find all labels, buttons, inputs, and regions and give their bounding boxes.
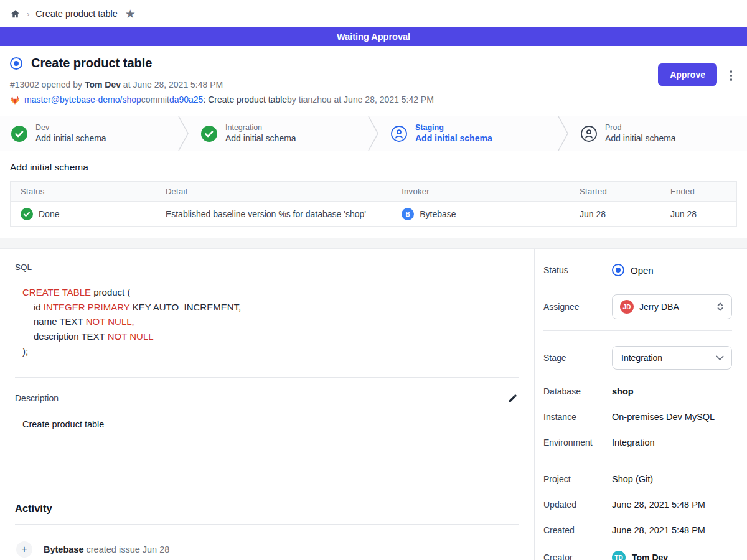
breadcrumb-title[interactable]: Create product table [35, 9, 117, 19]
database-label: Database [543, 386, 612, 396]
issue-open-icon [10, 57, 22, 70]
page-title: Create product table [31, 56, 152, 70]
activity-action: created issue Jun 28 [83, 544, 169, 554]
stage-separator-icon [557, 116, 570, 151]
instance-label: Instance [543, 412, 612, 422]
stage-select[interactable]: Integration [612, 346, 732, 370]
instance-value: On-premises Dev MySQL [612, 412, 715, 422]
issue-meta-prefix: #13002 opened by [10, 80, 85, 90]
stage-label: Stage [543, 353, 612, 363]
branch-link[interactable]: master@bytebase-demo/shop [24, 95, 141, 105]
stage-pipeline: Dev Add initial schema Integration Add i… [0, 116, 747, 151]
stage-separator-icon [367, 116, 380, 151]
stage-task-label: Add initial schema [605, 133, 676, 144]
project-value: Shop (Git) [612, 474, 653, 484]
status-value: Open [631, 265, 654, 276]
status-label: Status [543, 265, 612, 275]
commit-hash-link[interactable]: da90a25 [169, 95, 204, 105]
stage-dev[interactable]: Dev Add initial schema [0, 116, 177, 151]
activity-title: Activity [15, 503, 519, 515]
stage-env-label: Dev [35, 123, 106, 133]
check-circle-icon [11, 126, 27, 142]
column-header-ended: Ended [660, 182, 737, 202]
description-text: Create product table [15, 419, 519, 429]
issue-meta: #13002 opened by Tom Dev at June 28, 202… [10, 80, 737, 90]
commit-tail: by tianzhou at June 28, 2021 5:42 PM [287, 95, 434, 105]
created-value: June 28, 2021 5:48 PM [612, 525, 705, 535]
stage-prod[interactable]: Prod Add initial schema [570, 116, 747, 151]
commit-message: : Create product table [203, 95, 287, 105]
stage-env-label: Integration [225, 123, 296, 133]
task-detail: Established baseline version %s for data… [156, 202, 392, 227]
main-panel: SQL CREATE TABLE product (id INTEGER PRI… [0, 249, 535, 560]
stage-integration[interactable]: Integration Add initial schema [190, 116, 367, 151]
task-status: Done [39, 209, 59, 219]
environment-value: Integration [612, 437, 655, 447]
gitlab-icon [10, 95, 20, 105]
home-icon[interactable] [10, 9, 21, 19]
activity-section: Activity + Bytebase created issue Jun 28 [15, 503, 519, 558]
stage-env-label: Prod [605, 123, 676, 133]
section-divider-band [0, 238, 747, 249]
avatar: JD [620, 300, 634, 314]
issue-author: Tom Dev [85, 80, 121, 90]
environment-label: Environment [543, 437, 612, 447]
divider [15, 524, 519, 525]
sql-label: SQL [15, 263, 519, 272]
issue-sidebar: Status Open Assignee JD Jerry DBA Stage … [535, 249, 747, 560]
assignee-value: Jerry DBA [639, 302, 679, 312]
column-header-started: Started [570, 182, 660, 202]
issue-meta-suffix: at June 28, 2021 5:48 PM [121, 80, 223, 90]
edit-pencil-icon[interactable] [507, 392, 519, 404]
plus-icon: + [16, 541, 32, 558]
project-label: Project [543, 474, 612, 484]
issue-header: Create product table #13002 opened by To… [0, 46, 747, 116]
avatar: TD [612, 551, 626, 560]
database-value: shop [612, 386, 634, 396]
activity-item: + Bytebase created issue Jun 28 [15, 541, 519, 558]
activity-actor: Bytebase [44, 544, 83, 554]
divider [543, 459, 732, 459]
stage-env-label: Staging [415, 123, 492, 133]
divider [543, 330, 732, 331]
chevron-down-icon [716, 355, 724, 361]
avatar: B [402, 208, 414, 220]
task-section-title: Add initial schema [10, 162, 737, 173]
created-label: Created [543, 525, 612, 535]
commit-word: commit [141, 95, 169, 105]
status-banner-text: Waiting Approval [337, 32, 410, 42]
task-ended: Jun 28 [660, 202, 737, 227]
task-table: Status Detail Invoker Started Ended Done… [10, 181, 737, 227]
person-circle-icon [391, 126, 407, 142]
description-label: Description [15, 393, 59, 403]
column-header-detail: Detail [156, 182, 392, 202]
chevron-right-icon: › [27, 9, 29, 19]
creator-label: Creator [543, 553, 612, 560]
stage-staging[interactable]: Staging Add initial schema [380, 116, 557, 151]
issue-open-icon [612, 264, 624, 276]
column-header-status: Status [11, 182, 156, 202]
approve-button[interactable]: Approve [658, 63, 717, 86]
breadcrumb: › Create product table ★ [0, 0, 747, 27]
stage-value: Integration [620, 353, 662, 363]
check-circle-icon [201, 126, 217, 142]
assignee-label: Assignee [543, 302, 612, 312]
task-invoker: Bytebase [420, 209, 456, 219]
status-banner: Waiting Approval [0, 27, 747, 46]
column-header-invoker: Invoker [392, 182, 570, 202]
task-started: Jun 28 [570, 202, 660, 227]
commit-line: master@bytebase-demo/shop commit da90a25… [10, 95, 737, 105]
table-row[interactable]: Done Established baseline version %s for… [11, 202, 737, 227]
star-icon[interactable]: ★ [125, 8, 136, 20]
assignee-select[interactable]: JD Jerry DBA [612, 294, 732, 319]
person-circle-icon [581, 126, 597, 142]
stage-task-label: Add initial schema [225, 133, 296, 144]
updated-value: June 28, 2021 5:48 PM [612, 500, 705, 510]
more-actions-icon[interactable] [729, 69, 734, 82]
updated-label: Updated [543, 500, 612, 510]
stage-separator-icon [177, 116, 190, 151]
stage-task-label: Add initial schema [35, 133, 106, 144]
chevron-updown-icon [716, 302, 724, 312]
stage-task-label: Add initial schema [415, 133, 492, 144]
sql-code: CREATE TABLE product (id INTEGER PRIMARY… [15, 285, 519, 358]
